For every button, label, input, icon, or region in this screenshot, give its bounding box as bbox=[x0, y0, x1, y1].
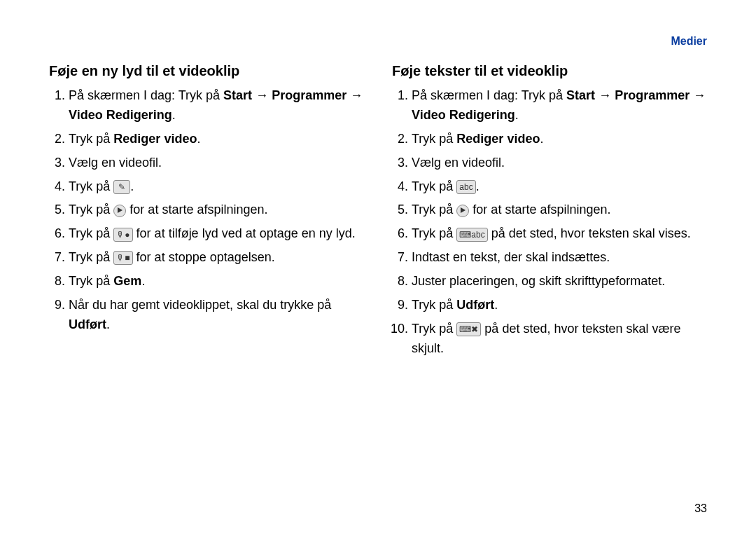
right-step-7: Indtast en tekst, der skal indsættes. bbox=[412, 248, 707, 268]
left-step-8: Tryk på Gem. bbox=[69, 272, 364, 291]
left-step-9: Når du har gemt videoklippet, skal du tr… bbox=[69, 296, 364, 335]
left-steps: På skærmen I dag: Tryk på Start → Progra… bbox=[49, 86, 364, 335]
arrow-icon: → bbox=[350, 88, 363, 102]
keyboard-hide-icon: ⌨✖ bbox=[456, 322, 481, 336]
bold-programmer: Programmer bbox=[615, 88, 690, 102]
text: Tryk på bbox=[412, 298, 456, 312]
left-step-6: Tryk på 🎙● for at tilføje lyd ved at opt… bbox=[69, 224, 364, 244]
right-step-2: Tryk på Rediger video. bbox=[412, 130, 707, 149]
left-column: Føje en ny lyd til et videoklip På skærm… bbox=[49, 63, 364, 363]
abc-icon: abc bbox=[456, 180, 475, 194]
left-step-2: Tryk på Rediger video. bbox=[69, 130, 364, 149]
right-step-9: Tryk på Udført. bbox=[412, 296, 707, 315]
arrow-icon: → bbox=[693, 88, 706, 102]
mic-stop-icon: 🎙■ bbox=[113, 251, 132, 265]
right-step-10: Tryk på ⌨✖ på det sted, hvor teksten ska… bbox=[412, 319, 707, 359]
text: Tryk på bbox=[412, 202, 456, 217]
text: . bbox=[540, 132, 543, 146]
columns: Føje en ny lyd til et videoklip På skærm… bbox=[49, 63, 707, 363]
bold-video-redigering: Video Redigering bbox=[412, 108, 515, 122]
bold-rediger-video: Rediger video bbox=[113, 132, 197, 146]
text: Tryk på bbox=[69, 226, 113, 240]
left-step-1: På skærmen I dag: Tryk på Start → Progra… bbox=[69, 86, 364, 125]
right-heading: Føje tekster til et videoklip bbox=[392, 63, 707, 79]
text: . bbox=[172, 108, 176, 122]
text: Når du har gemt videoklippet, skal du tr… bbox=[69, 298, 331, 312]
text: for at stoppe optagelsen. bbox=[133, 250, 275, 264]
bold-udfort: Udført bbox=[456, 298, 494, 312]
text: Tryk på bbox=[412, 179, 456, 193]
pen-audio-icon: ✎ bbox=[113, 180, 130, 194]
text: . bbox=[106, 317, 110, 331]
manual-page: Medier Føje en ny lyd til et videoklip P… bbox=[0, 0, 756, 536]
bold-start: Start bbox=[223, 88, 252, 102]
text: På skærmen I dag: Tryk på bbox=[69, 88, 223, 102]
text: . bbox=[494, 298, 498, 312]
right-step-5: Tryk på for at starte afspilningen. bbox=[412, 200, 707, 220]
text: . bbox=[197, 132, 200, 146]
left-step-7: Tryk på 🎙■ for at stoppe optagelsen. bbox=[69, 248, 364, 268]
text: Tryk på bbox=[69, 202, 113, 217]
text: Tryk på bbox=[69, 274, 113, 288]
text: . bbox=[130, 179, 134, 193]
keyboard-abc-icon: ⌨abc bbox=[456, 228, 487, 242]
right-column: Føje tekster til et videoklip På skærmen… bbox=[392, 63, 707, 363]
text: for at starte afspilningen. bbox=[126, 202, 267, 217]
left-step-3: Vælg en videofil. bbox=[69, 153, 364, 173]
text: Tryk på bbox=[412, 226, 456, 240]
bold-video-redigering: Video Redigering bbox=[69, 108, 172, 122]
right-step-8: Juster placeringen, og skift skrifttypef… bbox=[412, 272, 707, 291]
text: Tryk på bbox=[69, 250, 113, 264]
text: Tryk på bbox=[412, 132, 456, 146]
text: . bbox=[476, 179, 479, 193]
right-step-4: Tryk på abc. bbox=[412, 177, 707, 197]
right-step-6: Tryk på ⌨abc på det sted, hvor teksten s… bbox=[412, 224, 707, 244]
arrow-icon: → bbox=[255, 88, 268, 102]
text: . bbox=[515, 108, 519, 122]
mic-record-icon: 🎙● bbox=[113, 228, 132, 242]
bold-udfort: Udført bbox=[69, 317, 106, 331]
bold-start: Start bbox=[566, 88, 595, 102]
left-step-4: Tryk på ✎. bbox=[69, 177, 364, 197]
left-step-5: Tryk på for at starte afspilningen. bbox=[69, 200, 364, 220]
text: Tryk på bbox=[412, 322, 456, 336]
text: for at tilføje lyd ved at optage en ny l… bbox=[133, 226, 356, 240]
right-steps: På skærmen I dag: Tryk på Start → Progra… bbox=[392, 86, 707, 359]
right-step-1: På skærmen I dag: Tryk på Start → Progra… bbox=[412, 86, 707, 125]
text: på det sted, hvor teksten skal vises. bbox=[488, 226, 691, 240]
bold-rediger-video: Rediger video bbox=[456, 132, 540, 146]
bold-gem: Gem bbox=[113, 274, 141, 288]
arrow-icon: → bbox=[598, 88, 611, 102]
text: for at starte afspilningen. bbox=[469, 202, 610, 217]
bold-programmer: Programmer bbox=[272, 88, 346, 102]
text: Tryk på bbox=[69, 132, 113, 146]
left-heading: Føje en ny lyd til et videoklip bbox=[49, 63, 364, 79]
section-header: Medier bbox=[671, 35, 707, 48]
play-icon bbox=[113, 205, 126, 217]
page-number: 33 bbox=[694, 502, 707, 515]
play-icon bbox=[456, 205, 469, 217]
text: På skærmen I dag: Tryk på bbox=[412, 88, 566, 102]
right-step-3: Vælg en videofil. bbox=[412, 153, 707, 173]
text: Tryk på bbox=[69, 179, 113, 193]
text: . bbox=[141, 274, 145, 288]
